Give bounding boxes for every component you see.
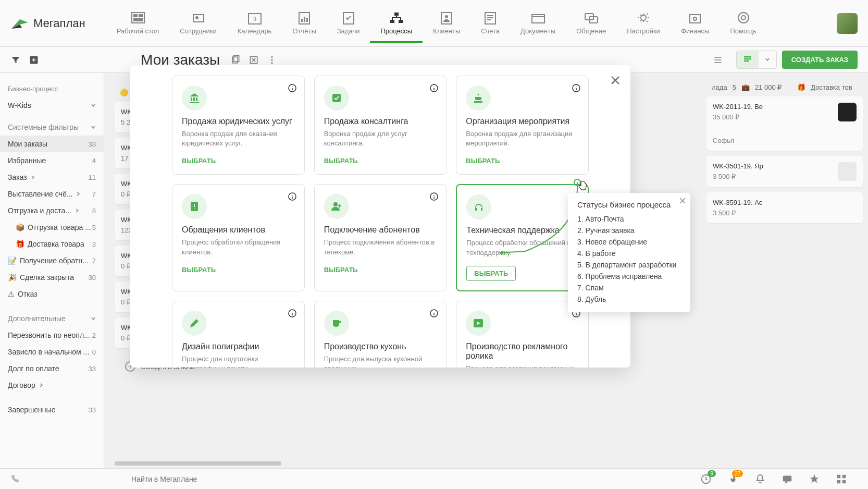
select-template-button[interactable]: ВЫБРАТЬ (466, 157, 500, 165)
select-template-button[interactable]: ВЫБРАТЬ (324, 157, 358, 165)
template-title: Продажа юридических услуг (182, 117, 295, 126)
info-icon[interactable] (288, 309, 296, 317)
popover-list-item: 5. В департамент разработки (577, 259, 681, 271)
alert-icon (182, 194, 207, 219)
bank-icon (182, 85, 207, 111)
popover-list-item: 3. Новое обращение (577, 236, 681, 248)
select-template-button[interactable]: ВЫБРАТЬ (466, 266, 516, 281)
template-card[interactable]: Производство кухонь Процесс для выпуска … (314, 301, 447, 368)
cursor-hand-icon (576, 180, 589, 192)
info-icon[interactable] (288, 84, 296, 92)
info-icon[interactable] (430, 309, 438, 317)
select-template-button[interactable]: ВЫБРАТЬ (324, 266, 358, 274)
template-title: Дизайн полиграфии (182, 342, 295, 351)
popover-list-item: 4. В работе (577, 248, 681, 259)
template-card[interactable]: Продажа юридических услуг Воронка продаж… (172, 76, 305, 175)
template-title: Подключение абонентов (324, 225, 437, 235)
template-desc: Процесс для создания рекламных роликов. (466, 364, 579, 368)
template-card[interactable]: Дизайн полиграфии Процесс для подготовки… (172, 301, 305, 368)
popover-title: Статусы бизнес процесса (577, 200, 681, 209)
svg-rect-36 (332, 94, 341, 102)
template-title: Производство кухонь (324, 342, 437, 351)
template-title: Продажа консалтинга (324, 117, 437, 126)
template-desc: Воронка продаж для организации мероприят… (466, 129, 579, 148)
info-icon[interactable] (430, 192, 438, 201)
template-desc: Процесс для подготовки полиграфии к печа… (182, 354, 295, 368)
select-template-button[interactable]: ВЫБРАТЬ (182, 157, 216, 165)
template-card[interactable]: Обращения клиентов Процесс обработки обр… (172, 184, 305, 291)
popover-close-icon[interactable] (679, 197, 686, 204)
play-icon (466, 311, 491, 336)
svg-point-42 (333, 202, 338, 206)
popover-list-item: 7. Спам (577, 282, 681, 294)
template-card[interactable]: Подключение абонентов Процесс подключени… (314, 184, 447, 291)
close-icon[interactable] (608, 73, 623, 88)
info-icon[interactable] (572, 84, 580, 92)
template-title: Обращения клиентов (182, 225, 295, 235)
popover-list-item: 8. Дубль (577, 294, 681, 305)
template-title: Производство рекламного ролика (466, 342, 579, 361)
select-template-button[interactable]: ВЫБРАТЬ (182, 266, 216, 274)
headset-icon (466, 194, 491, 219)
template-desc: Процесс для выпуска кухонной продукции. (324, 354, 437, 368)
info-icon[interactable] (288, 192, 296, 201)
template-desc: Воронка продаж для услуг консалтинга. (324, 129, 437, 148)
popover-list-item: 2. Ручная заявка (577, 225, 681, 236)
pen-icon (182, 311, 207, 336)
check-icon (324, 85, 349, 111)
template-desc: Процесс подключения абонентов в телекоме… (324, 238, 437, 256)
popover-list-item: 1. Авто-Почта (577, 213, 681, 225)
template-title: Организация мероприятия (466, 117, 579, 126)
cake-icon (466, 85, 491, 111)
template-desc: Процесс обработки обращения клиентов. (182, 238, 295, 256)
info-icon[interactable] (430, 84, 438, 92)
template-card[interactable]: Организация мероприятия Воронка продаж д… (456, 76, 589, 175)
template-desc: Воронка продаж для оказания юридических … (182, 129, 295, 148)
cup-icon (324, 311, 349, 336)
person-add-icon (324, 194, 349, 219)
popover-list-item: 6. Проблема исправлена (577, 271, 681, 282)
template-card[interactable]: Продажа консалтинга Воронка продаж для у… (314, 76, 447, 175)
status-popover: Статусы бизнес процесса 1. Авто-Почта2. … (568, 193, 690, 312)
